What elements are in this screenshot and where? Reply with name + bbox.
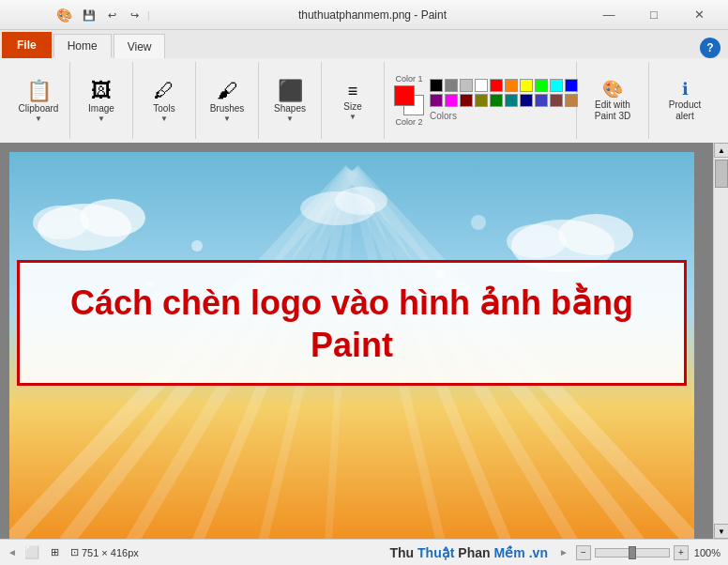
brushes-btn[interactable]: 🖌 Brushes ▼ bbox=[204, 72, 250, 129]
tab-file[interactable]: File bbox=[2, 32, 52, 58]
color-swatch[interactable] bbox=[565, 94, 578, 107]
clipboard-btn[interactable]: 📋 Clipboard ▼ bbox=[15, 72, 62, 129]
shapes-group: ⬛ Shapes ▼ bbox=[259, 62, 322, 139]
color-swatch[interactable] bbox=[535, 94, 548, 107]
colors-group: Color 1 Color 2 Colors bbox=[385, 62, 577, 139]
color-swatch[interactable] bbox=[505, 79, 518, 92]
tab-home[interactable]: Home bbox=[53, 34, 112, 58]
brand-mem: Mềm bbox=[494, 545, 525, 560]
svg-point-20 bbox=[191, 240, 203, 252]
dimensions-text: 751 × 416px bbox=[82, 547, 139, 558]
canvas-dimensions: ⊡ 751 × 416px bbox=[70, 546, 139, 558]
color-swatch[interactable] bbox=[460, 94, 473, 107]
color-swatch[interactable] bbox=[475, 94, 488, 107]
zoom-level: 100% bbox=[694, 547, 720, 558]
paint-logo: 🎨 bbox=[56, 8, 72, 23]
color1-box[interactable] bbox=[394, 85, 415, 106]
main-content: Cách chèn logo vào hình ảnh bằng Paint ▲… bbox=[0, 143, 728, 539]
resize-icon: ⊞ bbox=[51, 546, 59, 558]
tools-btn[interactable]: 🖊 Tools ▼ bbox=[141, 72, 188, 129]
size-group: ≡ Size ▼ bbox=[322, 62, 385, 139]
minimize-btn[interactable]: — bbox=[587, 0, 630, 30]
color-swatch[interactable] bbox=[550, 79, 563, 92]
edit-paint3d-btn[interactable]: 🎨 Edit with Paint 3D bbox=[584, 72, 641, 129]
scroll-left-btn[interactable]: ◄ bbox=[8, 547, 17, 557]
size-btn[interactable]: ≡ Size ▼ bbox=[329, 72, 376, 129]
redo-btn[interactable]: ↪ bbox=[125, 6, 144, 24]
clipboard-group: 📋 Clipboard ▼ bbox=[8, 62, 70, 139]
maximize-btn[interactable]: □ bbox=[632, 0, 675, 30]
tab-view[interactable]: View bbox=[114, 34, 166, 58]
scroll-track-v[interactable] bbox=[714, 158, 728, 524]
svg-point-19 bbox=[335, 187, 387, 215]
undo-btn[interactable]: ↩ bbox=[102, 6, 121, 24]
brand-phan: Phan bbox=[458, 545, 490, 560]
svg-point-13 bbox=[80, 199, 145, 237]
status-bar: ◄ ⬜ ⊞ ⊡ 751 × 416px Thu Thuật Phan Mềm .… bbox=[0, 539, 728, 565]
size-icon: ≡ bbox=[348, 83, 358, 99]
color-swatch[interactable] bbox=[475, 79, 488, 92]
color-swatch[interactable] bbox=[430, 94, 443, 107]
scroll-down-btn[interactable]: ▼ bbox=[714, 524, 728, 539]
clipboard-icon: 📋 bbox=[26, 81, 52, 101]
colors-label: Colors bbox=[430, 111, 578, 123]
color-swatch[interactable] bbox=[445, 79, 458, 92]
scroll-up-btn[interactable]: ▲ bbox=[714, 143, 728, 158]
image-group: 🖼 Image ▼ bbox=[70, 62, 133, 139]
brand-thu: Thu bbox=[389, 545, 414, 560]
svg-point-14 bbox=[33, 206, 89, 239]
edit-paint3d-label: Edit with Paint 3D bbox=[595, 99, 630, 122]
zoom-slider[interactable] bbox=[595, 548, 670, 557]
zoom-in-btn[interactable]: + bbox=[674, 545, 689, 560]
brushes-group: 🖌 Brushes ▼ bbox=[196, 62, 259, 139]
color-swatch[interactable] bbox=[445, 94, 458, 107]
main-text-line2: Paint bbox=[29, 324, 675, 366]
product-alert-icon: ℹ bbox=[682, 81, 689, 98]
scroll-thumb-v[interactable] bbox=[715, 160, 728, 188]
image-btn[interactable]: 🖼 Image ▼ bbox=[78, 72, 125, 129]
status-right: Thu Thuật Phan Mềm .vn ► − + 100% bbox=[389, 545, 720, 560]
zoom-out-btn[interactable]: − bbox=[576, 545, 591, 560]
image-icon: 🖼 bbox=[91, 81, 112, 101]
help-btn[interactable]: ? bbox=[700, 38, 720, 58]
svg-point-16 bbox=[558, 214, 633, 255]
color-swatch[interactable] bbox=[565, 79, 578, 92]
shapes-btn[interactable]: ⬛ Shapes ▼ bbox=[266, 72, 313, 129]
color-swatch[interactable] bbox=[550, 94, 563, 107]
color-swatch[interactable] bbox=[505, 94, 518, 107]
resize-icon2: ⊡ bbox=[70, 546, 79, 558]
tools-label: Tools bbox=[153, 103, 174, 115]
color-swatch[interactable] bbox=[535, 79, 548, 92]
shapes-icon: ⬛ bbox=[278, 81, 303, 101]
scroll-right-btn[interactable]: ► bbox=[559, 547, 569, 557]
window-title: thuthuatphanmem.png - Paint bbox=[158, 8, 587, 22]
brushes-icon: 🖌 bbox=[217, 81, 237, 101]
clipboard-label: Clipboard bbox=[19, 103, 59, 115]
product-alert-label: Productalert bbox=[669, 99, 701, 122]
color-swatch[interactable] bbox=[430, 79, 443, 92]
quick-access-toolbar: 🎨 💾 ↩ ↪ | bbox=[56, 6, 150, 24]
canvas-scroll-area[interactable]: Cách chèn logo vào hình ảnh bằng Paint bbox=[0, 143, 713, 539]
color-palette: Colors bbox=[430, 79, 578, 123]
color-swatch[interactable] bbox=[460, 79, 473, 92]
product-alert-btn[interactable]: ℹ Productalert bbox=[657, 72, 713, 129]
color-swatch[interactable] bbox=[520, 94, 533, 107]
text-overlay-box: Cách chèn logo vào hình ảnh bằng Paint bbox=[17, 260, 687, 386]
brushes-label: Brushes bbox=[210, 103, 245, 115]
shapes-label: Shapes bbox=[274, 103, 306, 115]
color-swatch[interactable] bbox=[490, 94, 503, 107]
save-quick-btn[interactable]: 💾 bbox=[80, 6, 99, 24]
svg-point-17 bbox=[507, 224, 567, 258]
paint3d-icon: 🎨 bbox=[602, 81, 623, 98]
brand-thuat: Thuật bbox=[417, 545, 454, 560]
brand-dot-vn: .vn bbox=[529, 545, 548, 560]
selection-icon: ⬜ bbox=[24, 545, 39, 559]
paint-canvas[interactable]: Cách chèn logo vào hình ảnh bằng Paint bbox=[9, 152, 694, 539]
vertical-scrollbar[interactable]: ▲ ▼ bbox=[713, 143, 728, 539]
color-swatch[interactable] bbox=[490, 79, 503, 92]
status-left: ◄ ⬜ ⊞ ⊡ 751 × 416px bbox=[8, 545, 139, 559]
tools-icon: 🖊 bbox=[154, 81, 174, 101]
ribbon-tabs: File Home View ? bbox=[0, 30, 728, 58]
close-btn[interactable]: ✕ bbox=[677, 0, 720, 30]
color-swatch[interactable] bbox=[520, 79, 533, 92]
